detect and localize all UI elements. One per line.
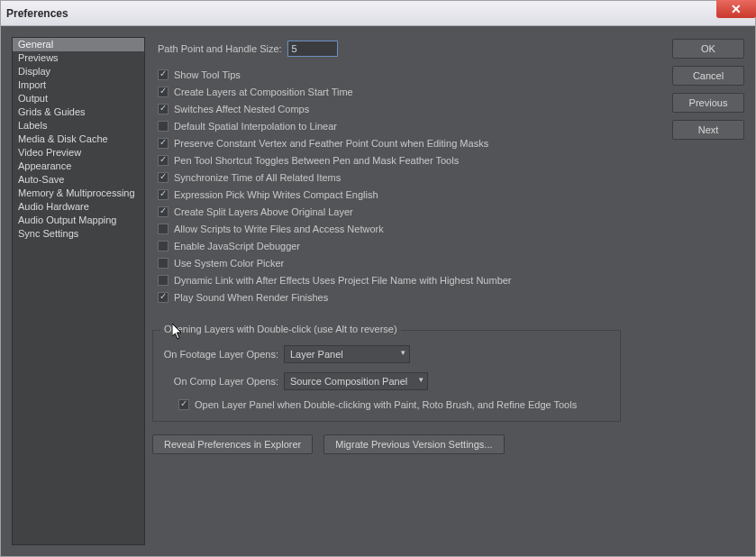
titlebar: Preferences ✕ [1,1,755,26]
sidebar-item-media-disk-cache[interactable]: Media & Disk Cache [13,132,144,146]
pref-checkbox[interactable] [158,87,169,97]
dialog-buttons: OK Cancel Previous Next [672,39,744,140]
pref-label: Default Spatial Interpolation to Linear [174,121,337,132]
footage-layer-label: On Footage Layer Opens: [162,349,284,360]
close-icon: ✕ [731,2,742,16]
pref-row: Default Spatial Interpolation to Linear [152,121,654,132]
sidebar-item-labels[interactable]: Labels [13,119,144,132]
sidebar-item-import[interactable]: Import [13,78,144,92]
pref-checkbox[interactable] [158,224,169,234]
sidebar-item-general[interactable]: General [13,38,144,51]
pref-row: Create Layers at Composition Start Time [152,87,654,97]
pref-row: Synchronize Time of All Related Items [152,172,654,183]
reveal-prefs-button[interactable]: Reveal Preferences in Explorer [152,434,313,454]
pref-row: Dynamic Link with After Effects Uses Pro… [152,275,654,286]
opening-layers-group: Opening Layers with Double-click (use Al… [152,330,621,422]
sidebar-item-memory-multiprocessing[interactable]: Memory & Multiprocessing [13,187,144,200]
bottom-buttons: Reveal Preferences in Explorer Migrate P… [152,434,654,454]
pref-row: Show Tool Tips [152,69,654,80]
pref-row: Allow Scripts to Write Files and Access … [152,224,654,234]
pref-row: Create Split Layers Above Original Layer [152,206,654,217]
sidebar-item-auto-save[interactable]: Auto-Save [13,173,144,187]
sidebar-item-audio-hardware[interactable]: Audio Hardware [13,200,144,214]
pref-row: Play Sound When Render Finishes [152,292,654,303]
pref-label: Dynamic Link with After Effects Uses Pro… [174,275,512,286]
window-title: Preferences [6,7,68,20]
sidebar-item-video-preview[interactable]: Video Preview [13,146,144,160]
sidebar-item-display[interactable]: Display [13,65,144,78]
footage-layer-select[interactable]: Layer Panel [284,345,410,363]
pref-label: Expression Pick Whip Writes Compact Engl… [174,189,378,200]
group-title: Opening Layers with Double-click (use Al… [160,324,401,334]
pref-label: Switches Affect Nested Comps [174,104,309,114]
pref-checkbox[interactable] [158,241,169,251]
general-settings: Path Point and Handle Size: Show Tool Ti… [152,41,654,454]
pref-label: Enable JavaScript Debugger [174,241,300,251]
sidebar-item-sync-settings[interactable]: Sync Settings [13,227,144,241]
pref-label: Synchronize Time of All Related Items [174,172,341,183]
settings-panel: OK Cancel Previous Next Path Point and H… [152,37,744,545]
path-point-input[interactable] [287,41,338,57]
pref-label: Pen Tool Shortcut Toggles Between Pen an… [174,155,459,166]
pref-label: Create Layers at Composition Start Time [174,87,353,97]
pref-checkbox[interactable] [158,104,169,114]
sidebar-item-audio-output-mapping[interactable]: Audio Output Mapping [13,214,144,227]
pref-row: Use System Color Picker [152,258,654,269]
pref-checkbox[interactable] [158,292,169,303]
previous-button[interactable]: Previous [672,93,744,113]
close-button[interactable]: ✕ [716,0,756,18]
sidebar-item-previews[interactable]: Previews [13,51,144,65]
open-layer-panel-label: Open Layer Panel when Double-clicking wi… [195,399,577,410]
comp-layer-row: On Comp Layer Opens: Source Composition … [162,372,611,390]
path-point-label: Path Point and Handle Size: [158,43,282,54]
pref-checkbox[interactable] [158,69,169,80]
footage-layer-row: On Footage Layer Opens: Layer Panel [162,345,611,363]
pref-label: Preserve Constant Vertex and Feather Poi… [174,138,488,149]
comp-layer-label: On Comp Layer Opens: [162,376,284,387]
next-button[interactable]: Next [672,120,744,140]
category-sidebar: GeneralPreviewsDisplayImportOutputGrids … [12,37,145,545]
sidebar-item-appearance[interactable]: Appearance [13,160,144,173]
pref-label: Play Sound When Render Finishes [174,292,328,303]
content: GeneralPreviewsDisplayImportOutputGrids … [1,26,755,556]
pref-label: Show Tool Tips [174,69,241,80]
ok-button[interactable]: OK [672,39,744,59]
pref-row: Preserve Constant Vertex and Feather Poi… [152,138,654,149]
pref-row: Switches Affect Nested Comps [152,104,654,114]
comp-layer-value: Source Composition Panel [290,376,407,387]
comp-layer-select[interactable]: Source Composition Panel [284,372,428,390]
path-point-row: Path Point and Handle Size: [152,41,654,57]
pref-row: Expression Pick Whip Writes Compact Engl… [152,189,654,200]
pref-checkbox[interactable] [158,258,169,269]
pref-checkbox[interactable] [158,121,169,132]
migrate-settings-button[interactable]: Migrate Previous Version Settings... [323,434,504,454]
pref-label: Use System Color Picker [174,258,284,269]
pref-checkbox[interactable] [158,189,169,200]
pref-checkbox[interactable] [158,172,169,183]
pref-checkbox[interactable] [158,155,169,166]
pref-row: Pen Tool Shortcut Toggles Between Pen an… [152,155,654,166]
sidebar-item-output[interactable]: Output [13,92,144,105]
pref-checkbox[interactable] [158,206,169,217]
pref-checkbox[interactable] [158,138,169,149]
pref-row: Enable JavaScript Debugger [152,241,654,251]
footage-layer-value: Layer Panel [290,349,343,360]
pref-checkbox[interactable] [158,275,169,286]
sidebar-item-grids-guides[interactable]: Grids & Guides [13,105,144,119]
preferences-window: Preferences ✕ GeneralPreviewsDisplayImpo… [0,0,756,557]
cancel-button[interactable]: Cancel [672,66,744,86]
open-layer-panel-row: Open Layer Panel when Double-clicking wi… [162,399,611,410]
open-layer-panel-checkbox[interactable] [178,399,189,410]
pref-label: Allow Scripts to Write Files and Access … [174,224,384,234]
pref-label: Create Split Layers Above Original Layer [174,206,353,217]
